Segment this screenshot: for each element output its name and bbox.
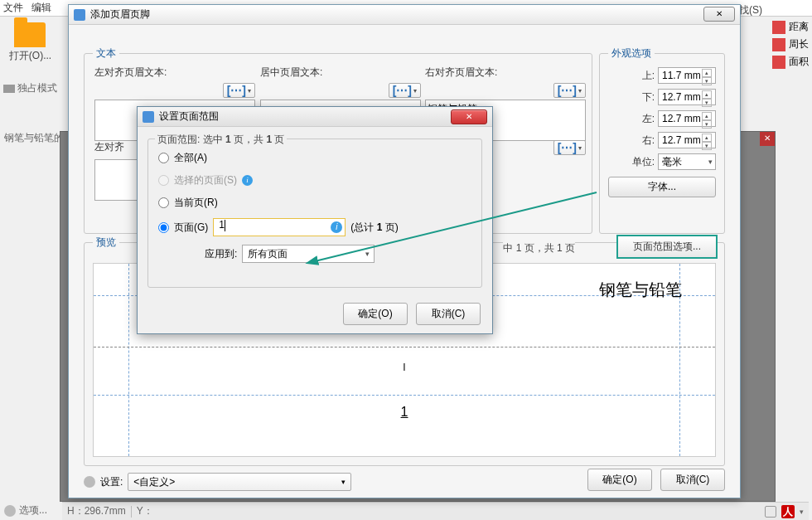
preview-page-number: 1 (401, 405, 408, 420)
info-icon[interactable]: i (242, 175, 253, 186)
page-range-options-button[interactable]: 页面范围选项... (616, 235, 718, 259)
inner-titlebar[interactable]: 设置页面范围 ✕ (138, 107, 492, 127)
tool-label: 周长 (789, 37, 809, 51)
folder-open-icon (14, 22, 46, 47)
distance-icon (772, 21, 785, 34)
range-title: 页面范围: 选中 1 页，共 1 页 (155, 133, 287, 147)
app-icon (143, 111, 154, 123)
font-button[interactable]: 字体... (608, 177, 716, 197)
preview-right-header: 钢笔与铅笔 (599, 279, 682, 301)
inner-cancel-button[interactable]: 取消(C) (416, 303, 481, 325)
main-cancel-button[interactable]: 取消(C) (660, 469, 725, 491)
tool-distance[interactable]: 距离 (772, 20, 809, 34)
range-groupbox: 页面范围: 选中 1 页，共 1 页 全部(A) 选择的页面(S) i 当前页(… (147, 139, 482, 288)
tool-label: 面积 (789, 55, 809, 69)
open-button[interactable]: 打开(O)... (9, 21, 51, 63)
left-header-macro-button[interactable]: [⋯]▾ (223, 83, 255, 98)
options-label: 选项... (19, 503, 47, 518)
menu-edit[interactable]: 编辑 (31, 1, 51, 15)
margin-right-input[interactable]: 12.7 mm▴▾ (658, 132, 716, 148)
guide-vline (128, 264, 129, 456)
preview-pageinfo: 中 1 页，共 1 页 (503, 241, 575, 255)
right-header-macro-button[interactable]: [⋯]▾ (553, 83, 586, 98)
tool-perimeter[interactable]: 周长 (772, 37, 809, 51)
right-footer-macro-button[interactable]: [⋯]▾ (553, 140, 586, 155)
margin-left-input[interactable]: 12.7 mm▴▾ (658, 110, 716, 127)
statusbar: H：296.7mm Y： 人 ▾ (62, 502, 809, 520)
unit-label: 单位: (632, 155, 655, 169)
crown-icon (3, 85, 15, 93)
apply-to-select[interactable]: 所有页面 (242, 245, 375, 263)
right-header-label: 右对齐页眉文本: (425, 66, 586, 80)
page-range-input[interactable]: 1i (213, 218, 346, 236)
margin-left-label: 左: (642, 112, 655, 126)
apply-to-label: 应用到: (205, 247, 237, 261)
margin-bottom-input[interactable]: 12.7 mm▴▾ (658, 89, 716, 105)
inner-ok-button[interactable]: 确定(O) (343, 303, 408, 325)
gb-text-title: 文本 (93, 46, 119, 61)
area-icon (772, 56, 785, 69)
document-tab[interactable]: 钢笔与铅笔的 (4, 131, 64, 145)
status-y: Y： (137, 504, 153, 518)
inner-close-button[interactable]: ✕ (451, 109, 487, 124)
unit-select[interactable]: 毫米 (658, 153, 716, 170)
info-icon[interactable]: i (331, 221, 342, 233)
margin-top-input[interactable]: 11.7 mm▴▾ (658, 67, 716, 84)
right-tools: 距离 周长 面积 (772, 20, 809, 69)
radio-pages-label: 页面(G) (174, 221, 208, 235)
margin-bottom-label: 下: (642, 90, 655, 104)
status-height: H：296.7mm (67, 504, 126, 518)
exclusive-mode[interactable]: 独占模式 (3, 81, 57, 95)
left-header-label: 左对齐页眉文本: (94, 66, 255, 80)
preview-center: I (403, 362, 405, 373)
center-header-macro-button[interactable]: [⋯]▾ (389, 83, 421, 98)
center-header-label: 居中页眉文本: (260, 66, 421, 80)
options-link[interactable]: 选项... (4, 503, 47, 518)
radio-all[interactable]: 全部(A) (158, 151, 471, 165)
settings-label: 设置: (100, 475, 123, 489)
exclusive-label: 独占模式 (17, 81, 57, 95)
divider (94, 347, 715, 347)
appearance-groupbox: 外观选项 上:11.7 mm▴▾ 下:12.7 mm▴▾ 左:12.7 mm▴▾… (599, 53, 725, 234)
inner-title: 设置页面范围 (159, 109, 219, 124)
status-caret[interactable]: ▾ (800, 508, 804, 516)
tool-area[interactable]: 面积 (772, 55, 809, 69)
menu-file[interactable]: 文件 (3, 1, 23, 15)
dialog-close-button[interactable]: ✕ (703, 7, 735, 22)
radio-current[interactable]: 当前页(R) (158, 196, 471, 210)
status-dropdown[interactable] (765, 506, 776, 518)
total-pages-label: (总计 1 页) (350, 221, 398, 235)
viewport-close[interactable]: ✕ (760, 132, 775, 146)
gear-icon (84, 476, 95, 488)
page-range-dialog: 设置页面范围 ✕ 页面范围: 选中 1 页，共 1 页 全部(A) 选择的页面(… (137, 106, 493, 334)
gb-appear-title: 外观选项 (608, 46, 655, 61)
perimeter-icon (772, 38, 785, 51)
tool-label: 距离 (789, 20, 809, 34)
gear-icon (4, 505, 16, 517)
dialog-title: 添加页眉页脚 (90, 7, 150, 22)
main-ok-button[interactable]: 确定(O) (587, 469, 652, 491)
guide-hline (94, 395, 715, 396)
settings-preset-select[interactable]: <自定义> (128, 473, 351, 491)
margin-top-label: 上: (642, 69, 655, 83)
adobe-icon[interactable]: 人 (781, 505, 795, 518)
open-label: 打开(O)... (9, 49, 51, 63)
radio-selected: 选择的页面(S) i (158, 173, 471, 187)
dialog-titlebar[interactable]: 添加页眉页脚 ✕ (69, 5, 740, 25)
app-icon (74, 9, 85, 21)
gb-preview-title: 预览 (93, 236, 119, 250)
margin-right-label: 右: (642, 134, 655, 148)
radio-pages[interactable] (158, 222, 169, 233)
